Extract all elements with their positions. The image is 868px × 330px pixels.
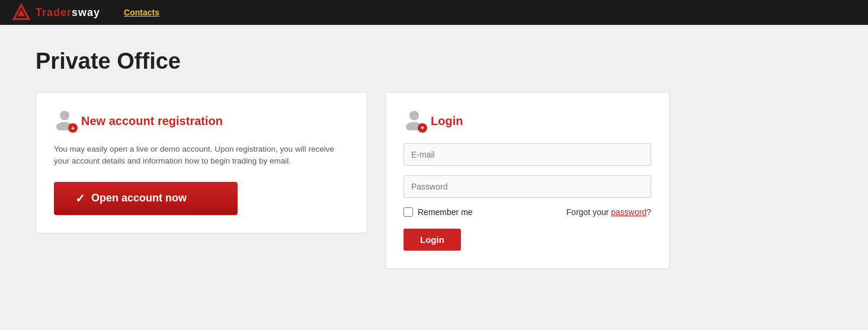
login-icon-wrapper: ▼ <box>403 109 425 133</box>
password-input[interactable] <box>403 175 651 198</box>
registration-card: + New account registration You may easil… <box>36 92 367 233</box>
contacts-link[interactable]: Contacts <box>124 8 159 17</box>
login-options-row: Remember me Forgot your password? <box>403 207 651 217</box>
login-button[interactable]: Login <box>403 229 461 251</box>
remember-me-checkbox[interactable] <box>403 207 413 217</box>
login-badge-icon: ▼ <box>418 123 427 133</box>
remember-me-label[interactable]: Remember me <box>403 207 473 217</box>
registration-description: You may easily open a live or demo accou… <box>54 143 349 168</box>
svg-point-4 <box>409 111 419 120</box>
cards-row: + New account registration You may easil… <box>36 92 832 269</box>
login-card: ▼ Login Remember me Forgot your password… <box>385 92 670 269</box>
registration-card-title: New account registration <box>81 114 223 128</box>
checkmark-icon: ✓ <box>75 191 85 206</box>
open-account-button[interactable]: ✓ Open account now <box>54 182 238 215</box>
registration-icon-wrapper: + <box>54 109 75 133</box>
forgot-password-text: Forgot your password? <box>566 207 651 217</box>
forgot-password-link[interactable]: password <box>611 207 646 217</box>
email-form-group <box>403 143 651 166</box>
main-content: Private Office + New account registratio… <box>0 25 868 293</box>
open-account-label: Open account now <box>91 192 187 204</box>
remember-me-text: Remember me <box>418 207 473 217</box>
registration-card-header: + New account registration <box>54 109 349 133</box>
logo-text: Tradersway <box>36 7 100 19</box>
logo: Tradersway <box>12 3 100 22</box>
email-input[interactable] <box>403 143 651 166</box>
logo-icon <box>12 3 31 22</box>
header: Tradersway Contacts <box>0 0 868 25</box>
main-nav: Contacts <box>124 7 159 18</box>
password-form-group <box>403 175 651 198</box>
svg-point-2 <box>60 111 69 120</box>
login-card-header: ▼ Login <box>403 109 651 133</box>
add-badge-icon: + <box>68 123 78 133</box>
page-title: Private Office <box>36 49 832 74</box>
login-card-title: Login <box>431 114 463 128</box>
